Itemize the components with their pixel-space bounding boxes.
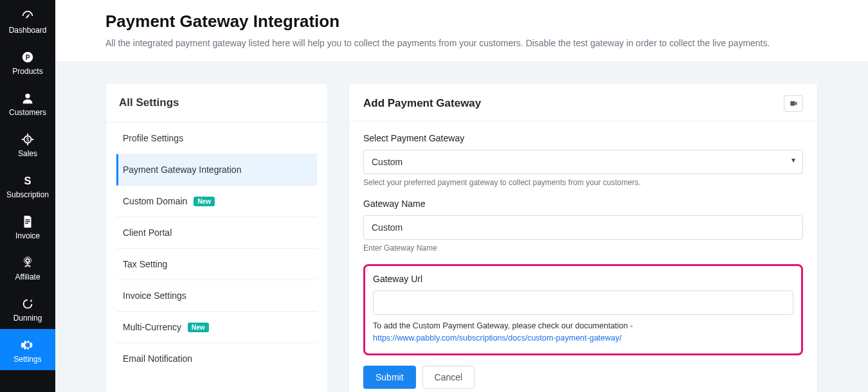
sidebar-item-customers[interactable]: Customers	[0, 82, 55, 123]
dunning-icon	[21, 297, 35, 311]
subscription-icon: S	[21, 174, 35, 188]
sidebar-item-affiliate[interactable]: Affiliate	[0, 247, 55, 288]
sidebar-item-products[interactable]: P Products	[0, 41, 55, 82]
settings-item-profile[interactable]: Profile Settings	[116, 123, 317, 154]
sidebar-item-label: Affiliate	[15, 272, 40, 281]
svg-point-8	[26, 259, 30, 263]
new-badge: New	[194, 197, 215, 206]
sidebar-item-dunning[interactable]: Dunning	[0, 288, 55, 329]
select-gateway-dropdown[interactable]: Custom	[363, 150, 803, 174]
sales-icon: $	[21, 132, 35, 147]
sidebar-item-label: Subscription	[6, 190, 49, 199]
main-sidebar: Dashboard P Products Customers $ Sales S…	[0, 0, 55, 392]
sidebar-item-label: Settings	[14, 355, 41, 364]
sidebar-item-sales[interactable]: $ Sales	[0, 123, 55, 165]
add-gateway-card: Add Payment Gateway Select Payment Gatew…	[348, 83, 818, 392]
svg-text:P: P	[26, 54, 30, 61]
svg-text:$: $	[26, 137, 30, 143]
select-gateway-label: Select Payment Gateway	[363, 133, 803, 143]
products-icon: P	[21, 50, 35, 64]
page-title: Payment Gateway Integration	[105, 12, 818, 31]
svg-text:S: S	[24, 175, 31, 186]
svg-point-2	[25, 94, 30, 98]
sidebar-item-label: Invoice	[15, 231, 40, 240]
affiliate-icon	[21, 256, 35, 270]
sidebar-item-label: Sales	[18, 149, 37, 158]
documentation-link[interactable]: https://www.pabbly.com/subscriptions/doc…	[373, 334, 622, 343]
settings-item-email-notification[interactable]: Email Notification	[116, 343, 317, 374]
main-area: Payment Gateway Integration All the inte…	[55, 0, 868, 392]
settings-item-client-portal[interactable]: Client Portal	[116, 217, 317, 249]
sidebar-item-settings[interactable]: Settings	[0, 329, 55, 370]
page-subtitle: All the integrated payment gateway liste…	[105, 37, 818, 50]
settings-item-custom-domain[interactable]: Custom DomainNew	[116, 186, 317, 217]
sidebar-item-invoice[interactable]: Invoice	[0, 206, 55, 247]
video-help-button[interactable]	[784, 95, 803, 112]
cancel-button[interactable]: Cancel	[422, 366, 475, 389]
select-gateway-helper: Select your preferred payment gateway to…	[363, 178, 803, 187]
dashboard-icon	[21, 9, 35, 23]
content-area: All Settings Profile Settings Payment Ga…	[55, 62, 868, 392]
sidebar-item-label: Customers	[9, 108, 46, 117]
gateway-url-input[interactable]	[373, 290, 793, 315]
settings-list-title: All Settings	[106, 84, 327, 123]
gateway-url-label: Gateway Url	[373, 274, 793, 284]
gateway-name-label: Gateway Name	[363, 199, 803, 209]
page-header: Payment Gateway Integration All the inte…	[55, 0, 868, 62]
invoice-icon	[21, 215, 35, 229]
sidebar-item-label: Products	[12, 67, 42, 76]
settings-item-payment-gateway[interactable]: Payment Gateway Integration	[116, 154, 317, 186]
submit-button[interactable]: Submit	[363, 366, 416, 389]
svg-rect-5	[25, 219, 30, 220]
settings-item-tax[interactable]: Tax Setting	[116, 249, 317, 280]
new-badge: New	[188, 323, 209, 332]
settings-list: Profile Settings Payment Gateway Integra…	[106, 123, 327, 374]
settings-icon	[21, 338, 35, 352]
gateway-url-highlight: Gateway Url To add the Custom Payment Ga…	[363, 264, 803, 355]
gateway-name-helper: Enter Gateway Name	[363, 244, 803, 253]
sidebar-item-label: Dashboard	[9, 26, 47, 35]
form-title: Add Payment Gateway	[363, 97, 481, 110]
gateway-url-helper: To add the Custom Payment Gateway, pleas…	[373, 320, 793, 344]
sidebar-item-label: Dunning	[14, 314, 42, 323]
sidebar-item-dashboard[interactable]: Dashboard	[0, 0, 55, 41]
customers-icon	[21, 91, 35, 105]
video-icon	[789, 99, 798, 108]
svg-rect-7	[25, 223, 28, 224]
settings-list-card: All Settings Profile Settings Payment Ga…	[105, 83, 328, 392]
gateway-name-input[interactable]	[363, 215, 803, 240]
settings-item-multi-currency[interactable]: Multi-CurrencyNew	[116, 312, 317, 343]
sidebar-item-subscription[interactable]: S Subscription	[0, 165, 55, 206]
svg-rect-6	[25, 221, 30, 222]
settings-item-invoice-settings[interactable]: Invoice Settings	[116, 280, 317, 312]
